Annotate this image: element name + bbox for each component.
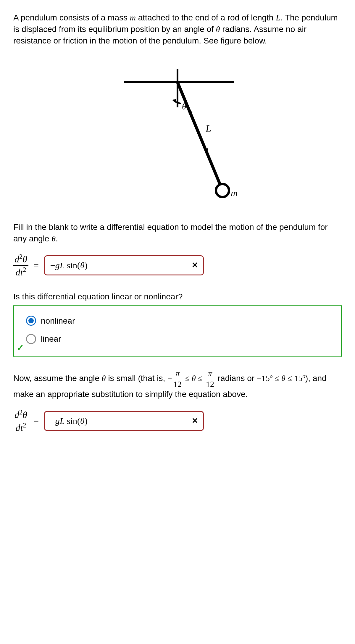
wrong-icon: ✕ (192, 416, 198, 426)
q1-answer-input[interactable]: −gL sin(θ) ✕ (44, 255, 204, 275)
radio-label: linear (41, 333, 61, 345)
radio-linear[interactable]: linear (26, 333, 329, 345)
pendulum-figure: θ L m (13, 59, 342, 204)
q3-prompt: Now, assume the angle θ is small (that i… (13, 369, 342, 400)
q1-prompt: Fill in the blank to write a differentia… (13, 221, 342, 244)
svg-point-3 (216, 184, 229, 197)
mass-label: m (231, 188, 238, 198)
equals-sign: = (34, 259, 39, 272)
equals-sign: = (34, 415, 39, 427)
length-label: L (205, 123, 211, 134)
radio-checked-icon (26, 316, 36, 326)
radio-nonlinear[interactable]: nonlinear (26, 315, 329, 327)
wrong-icon: ✕ (192, 260, 198, 271)
correct-icon: ✓ (17, 342, 24, 354)
q2-radio-group: nonlinear linear ✓ (13, 305, 342, 357)
problem-intro: A pendulum consists of a mass m attached… (13, 12, 342, 47)
svg-line-5 (189, 109, 208, 153)
radio-unchecked-icon (26, 334, 36, 344)
q1-equation: d2θ dt2 = −gL sin(θ) ✕ (13, 253, 342, 277)
q2-prompt: Is this differential equation linear or … (13, 291, 342, 302)
q1-lhs: d2θ dt2 (13, 253, 28, 277)
q3-equation: d2θ dt2 = −gL sin(θ) ✕ (13, 409, 342, 433)
radio-label: nonlinear (41, 315, 75, 327)
q3-answer-input[interactable]: −gL sin(θ) ✕ (44, 411, 204, 431)
theta-label: θ (182, 101, 186, 111)
q3-lhs: d2θ dt2 (13, 409, 28, 433)
